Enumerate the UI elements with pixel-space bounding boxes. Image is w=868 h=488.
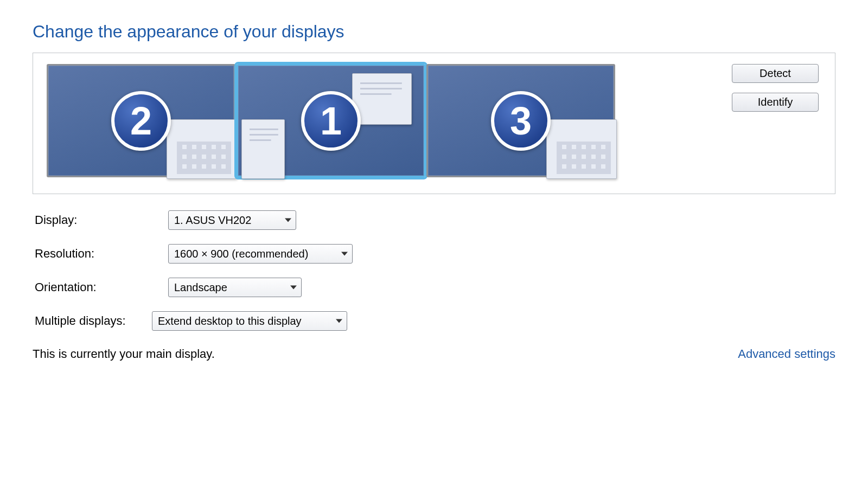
display-dropdown[interactable]: 1. ASUS VH202 [168, 210, 296, 230]
multiple-displays-label: Multiple displays: [35, 314, 152, 328]
monitor-number-badge: 1 [301, 91, 361, 151]
chevron-down-icon [341, 252, 348, 256]
resolution-dropdown-value: 868 × 488 (recommended) [174, 248, 308, 260]
chevron-down-icon [290, 286, 297, 290]
monitor-thumbnail-2[interactable]: 2 [47, 64, 235, 177]
monitor-number-badge: 2 [111, 91, 171, 151]
window-icon [352, 73, 412, 125]
identify-button[interactable]: Identify [732, 93, 819, 112]
resolution-dropdown[interactable]: 868 × 488 (recommended) [168, 244, 353, 264]
detect-button[interactable]: Detect [732, 64, 819, 83]
monitor-number-badge: 3 [491, 91, 551, 151]
page-title: Change the appearance of your displays [33, 22, 835, 42]
resolution-label: Resolution: [35, 247, 168, 261]
display-label: Display: [35, 213, 168, 227]
multiple-displays-dropdown-value: Extend desktop to this display [158, 315, 302, 328]
monitor-arrangement-area[interactable]: 2 1 3 [47, 64, 615, 177]
display-settings-form: Display: 1. ASUS VH202 Resolution: 1600 … [33, 210, 835, 331]
chevron-down-icon [285, 219, 291, 222]
display-arrangement-panel: 2 1 3 Detect Identify [33, 53, 835, 194]
window-icon [167, 119, 237, 179]
chevron-down-icon [336, 319, 342, 323]
orientation-dropdown-value: Landscape [174, 281, 227, 294]
multiple-displays-dropdown[interactable]: Extend desktop to this display [152, 311, 347, 331]
display-dropdown-value: 1. ASUS VH202 [174, 214, 251, 227]
main-display-status-text: This is currently your main display. [33, 347, 215, 361]
side-button-group: Detect Identify [732, 64, 819, 112]
monitor-thumbnail-3[interactable]: 3 [426, 64, 615, 177]
window-icon [241, 119, 285, 179]
monitor-thumbnail-1[interactable]: 1 [237, 64, 425, 177]
window-icon [546, 119, 617, 179]
orientation-dropdown[interactable]: Landscape [168, 278, 302, 297]
orientation-label: Orientation: [35, 280, 168, 294]
advanced-settings-link[interactable]: Advanced settings [738, 347, 835, 361]
